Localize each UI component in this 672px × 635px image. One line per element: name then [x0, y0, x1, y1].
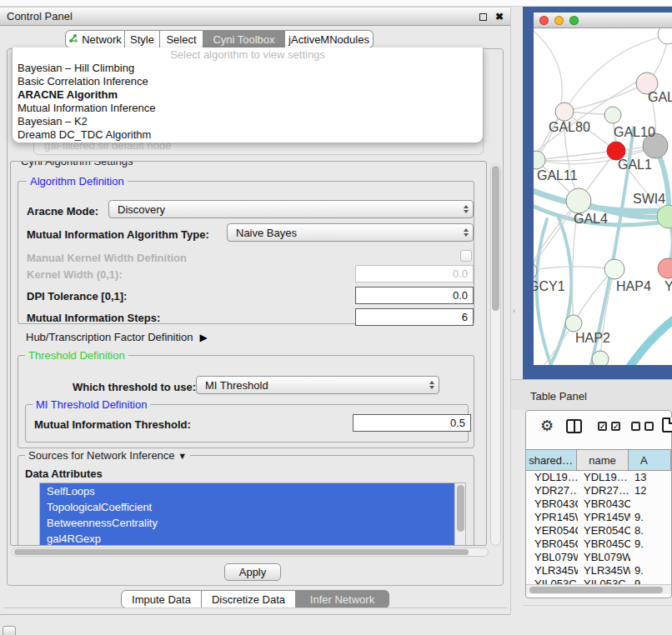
network-node-gal4[interactable]: [566, 188, 591, 213]
table-row[interactable]: YDL19…YDL19…13: [526, 471, 671, 484]
divider: [523, 605, 672, 606]
network-window-titlebar[interactable]: [534, 12, 672, 28]
sources-group: Sources for Network Inference ▼ Data Att…: [18, 455, 474, 546]
network-canvas[interactable]: GALGAL80GAL10GAL1GAL11SWI4GAL4GCY1HAP4YH…: [534, 28, 672, 365]
algorithm-option-bayesian-k2[interactable]: Bayesian – K2: [13, 115, 483, 128]
settings-horizontal-scrollbar-thumb[interactable]: [14, 549, 469, 555]
sources-legend[interactable]: Sources for Network Inference ▼: [25, 449, 190, 462]
hub-definition-toggle[interactable]: Hub/Transcription Factor Definition▶: [26, 331, 208, 343]
tab-network[interactable]: Network: [65, 30, 125, 48]
network-icon: [68, 33, 78, 46]
table-cell: YDR27…: [578, 484, 630, 498]
settings-vertical-scrollbar-thumb[interactable]: [492, 166, 499, 311]
control-panel-titlebar[interactable]: Control Panel ✖: [0, 7, 511, 26]
tab-select[interactable]: Select: [160, 30, 203, 48]
network-node-hap2[interactable]: [565, 315, 582, 332]
network-node[interactable]: [592, 351, 609, 365]
tab-infer-network[interactable]: Infer Network: [296, 590, 389, 608]
stepper-icon: [425, 381, 439, 389]
gear-icon[interactable]: ⚙: [540, 418, 554, 434]
checked-checkbox-icon[interactable]: ✓: [598, 422, 607, 431]
attribute-item-gal4rgexp[interactable]: gal4RGexp: [40, 531, 454, 546]
mi-steps-label: Mutual Information Steps:: [27, 312, 160, 324]
unchecked-checkbox-icon[interactable]: [631, 422, 640, 431]
node-label: Y: [664, 279, 672, 293]
float-window-icon[interactable]: [479, 13, 487, 21]
control-panel-tab-bar: NetworkStyleSelectCyni ToolboxjActiveMNo…: [65, 30, 374, 48]
table-row[interactable]: YBL079WYBL079W: [526, 551, 671, 564]
table-row[interactable]: YIL053CYIL053C9.: [526, 578, 671, 584]
apply-button[interactable]: Apply: [224, 563, 281, 581]
table-horizontal-scrollbar[interactable]: [526, 584, 671, 594]
attributes-scrollbar[interactable]: [454, 483, 465, 546]
aracne-mode-combo[interactable]: Discovery: [108, 200, 474, 218]
algorithm-option-aracne-algorithm[interactable]: ARACNE Algorithm: [13, 88, 483, 102]
network-node[interactable]: [658, 28, 672, 44]
document-icon[interactable]: [662, 418, 672, 432]
table-row[interactable]: YER054CYER054C8.: [526, 524, 671, 538]
panel-corner-button[interactable]: [3, 626, 16, 635]
kernel-width-input[interactable]: 0.0: [355, 265, 474, 282]
column-header-name[interactable]: name: [577, 450, 629, 470]
unchecked-checkbox-icon[interactable]: [644, 422, 654, 431]
mi-steps-input[interactable]: 6: [355, 308, 474, 326]
column-header-a[interactable]: A: [629, 450, 671, 470]
tab-impute-data[interactable]: Impute Data: [121, 590, 202, 608]
attribute-item-betweennesscentrality[interactable]: BetweennessCentrality: [40, 515, 454, 531]
table-header-row: shared…nameA: [526, 449, 671, 471]
splitter-handle[interactable]: ‹: [513, 307, 515, 315]
table-cell: 13: [630, 471, 671, 484]
tab-style[interactable]: Style: [125, 30, 160, 48]
close-icon[interactable]: ✖: [495, 11, 504, 22]
zoom-traffic-light[interactable]: [569, 16, 579, 25]
manual-kernel-checkbox[interactable]: [460, 250, 472, 262]
minimize-traffic-light[interactable]: [554, 16, 564, 25]
network-node-gal10[interactable]: [604, 107, 621, 123]
algorithm-option-bayesian-hill-climbing[interactable]: Bayesian – Hill Climbing: [13, 62, 483, 75]
mi-type-label: Mutual Information Algorithm Type:: [27, 228, 209, 241]
dpi-tolerance-input[interactable]: 0.0: [355, 287, 474, 304]
table-row[interactable]: YBR045CYBR045C9.: [526, 538, 671, 551]
network-node-hap4[interactable]: [604, 259, 624, 279]
tab-cyni-toolbox[interactable]: Cyni Toolbox: [203, 30, 285, 48]
algorithm-option-mutual-information-inference[interactable]: Mutual Information Inference: [13, 102, 483, 115]
table-panel-titlebar[interactable]: Table Panel: [511, 379, 672, 410]
table-row[interactable]: YDR27…YDR27…12: [526, 484, 671, 498]
table-cell: YLR345W: [526, 564, 578, 578]
attributes-scrollbar-thumb[interactable]: [457, 485, 464, 532]
cyni-algorithm-settings-group: Cyni Algorithm Settings Algorithm Defini…: [10, 161, 487, 546]
mi-threshold-input[interactable]: 0.5: [353, 414, 471, 432]
mi-type-combo[interactable]: Naive Bayes: [227, 223, 474, 242]
sources-legend-text: Sources for Network Inference: [28, 449, 175, 462]
stepper-icon: [459, 228, 473, 237]
table-row[interactable]: YLR345WYLR345W9.: [526, 564, 671, 578]
attribute-item-selfloops[interactable]: SelfLoops: [40, 483, 454, 499]
which-threshold-combo[interactable]: MI Threshold: [196, 376, 439, 394]
network-view-window[interactable]: GALGAL80GAL10GAL1GAL11SWI4GAL4GCY1HAP4YH…: [523, 7, 672, 379]
column-header-shared[interactable]: shared…: [526, 450, 577, 470]
settings-horizontal-scrollbar[interactable]: [12, 548, 489, 557]
settings-vertical-scrollbar[interactable]: [490, 163, 501, 546]
expanded-arrow-icon: ▼: [178, 451, 187, 461]
table-row[interactable]: YPR145WYPR145W9.: [526, 511, 671, 524]
node-label: HAP2: [575, 331, 610, 345]
top-strip: [0, 0, 672, 7]
checked-checkbox-icon[interactable]: ✓: [611, 422, 620, 431]
algorithm-option-basic-correlation-inference[interactable]: Basic Correlation Inference: [13, 75, 483, 88]
table-row[interactable]: YBR043CYBR043C: [526, 498, 671, 511]
divider: [0, 614, 510, 615]
algorithm-dropdown-list: Select algorithm to view settings Bayesi…: [12, 48, 484, 143]
data-attributes-list[interactable]: SelfLoopsTopologicalCoefficientBetweenne…: [39, 482, 466, 546]
algorithm-option-dream8-dc-tdc-algorithm[interactable]: Dream8 DC_TDC Algorithm: [13, 128, 483, 142]
settings-group-legend: Cyni Algorithm Settings: [18, 161, 136, 168]
dpi-tolerance-label: DPI Tolerance [0,1]:: [27, 290, 127, 302]
attribute-item-topologicalcoefficient[interactable]: TopologicalCoefficient: [40, 499, 454, 515]
threshold-definition-group: Threshold Definition Which threshold to …: [18, 355, 474, 448]
tab-discretize-data[interactable]: Discretize Data: [202, 590, 296, 608]
table-horizontal-scrollbar-thumb[interactable]: [529, 587, 663, 593]
tab-jactivemnodules[interactable]: jActiveMNodules: [285, 30, 374, 48]
network-node-y[interactable]: [658, 258, 672, 278]
close-traffic-light[interactable]: [539, 16, 549, 25]
columns-icon[interactable]: [566, 419, 582, 433]
network-node-gal80[interactable]: [555, 102, 574, 121]
